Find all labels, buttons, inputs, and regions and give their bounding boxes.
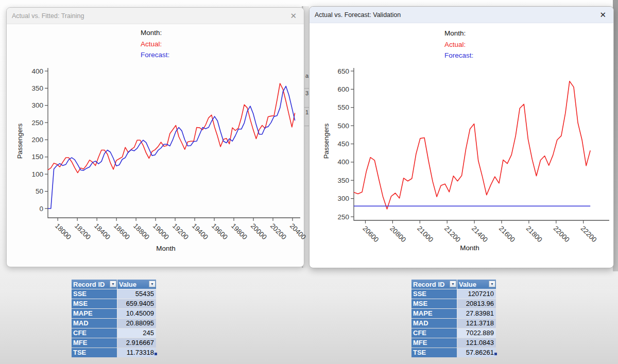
window-validation: Actual vs. Forecast: Validation ✕ Month:… (309, 6, 614, 268)
table-row: MAD121.3718 (411, 319, 496, 328)
metric-name-cell[interactable]: TSE (72, 348, 117, 357)
metric-name-cell[interactable]: MAPE (72, 309, 117, 318)
metric-name-cell[interactable]: CFE (72, 328, 117, 338)
validation-metrics-table: Record ID ▼ Value ▼ SSE1207210MSE20813.9… (411, 279, 496, 358)
metric-name-cell[interactable]: SSE (411, 289, 457, 299)
legend-forecast-label: Forecast: (141, 51, 169, 59)
desktop-background: a 3 1 Actual vs. Fitted: Training ✕ Mont… (0, 0, 618, 364)
table-row: MAPE10.45009 (72, 309, 156, 318)
metric-name-cell[interactable]: MFE (411, 338, 457, 348)
column-header-label: Record ID (73, 281, 105, 288)
metric-value-cell[interactable]: 121.0843 (457, 338, 496, 348)
column-header-label: Value (119, 281, 136, 288)
legend-forecast-label: Forecast: (444, 51, 473, 59)
table-row: MFE2.916667 (72, 338, 156, 348)
table-row: MAPE27.83981 (411, 309, 496, 318)
metric-name-cell[interactable]: MAD (72, 319, 117, 328)
background-text-fragment: 3 (305, 90, 308, 96)
metric-name-cell[interactable]: TSE (411, 348, 457, 357)
column-header-record-id[interactable]: Record ID ▼ (411, 280, 457, 289)
table-row: SSE1207210 (411, 289, 496, 299)
metric-name-cell[interactable]: MFE (72, 338, 117, 348)
background-text-fragment: a (305, 73, 308, 79)
filter-dropdown-icon[interactable]: ▼ (489, 281, 495, 287)
x-axis-title: Month (156, 245, 176, 252)
table-row: TSE57.86261 (411, 348, 496, 357)
window-title: Actual vs. Fitted: Training (12, 12, 288, 20)
metric-value-cell[interactable]: 57.86261 (457, 348, 496, 357)
window-title: Actual vs. Forecast: Validation (315, 11, 597, 19)
column-header-value[interactable]: Value ▼ (457, 280, 496, 289)
table-row: SSE55435 (72, 289, 156, 299)
column-header-label: Value (459, 281, 476, 288)
close-icon[interactable]: ✕ (597, 10, 608, 20)
metric-value-cell[interactable]: 7022.889 (457, 328, 496, 338)
window-titlebar[interactable]: Actual vs. Forecast: Validation ✕ (310, 7, 613, 23)
table-row: MAD20.88095 (72, 319, 156, 328)
x-axis-title: Month (460, 244, 479, 252)
metric-name-cell[interactable]: MAPE (411, 309, 457, 318)
window-titlebar[interactable]: Actual vs. Fitted: Training ✕ (7, 8, 304, 24)
column-header-label: Record ID (413, 281, 444, 288)
y-axis-title: Passengers (322, 124, 330, 159)
metric-value-cell[interactable]: 2.916667 (117, 338, 156, 348)
selection-handle[interactable] (494, 353, 497, 355)
metric-value-cell[interactable]: 11.73318 (117, 348, 156, 357)
metric-name-cell[interactable]: MSE (411, 299, 457, 308)
window-training: Actual vs. Fitted: Training ✕ Month: Act… (6, 7, 304, 267)
metric-value-cell[interactable]: 20813.96 (457, 299, 496, 308)
selection-handle[interactable] (154, 353, 157, 355)
close-icon[interactable]: ✕ (288, 11, 299, 21)
metric-name-cell[interactable]: SSE (72, 289, 117, 299)
metric-value-cell[interactable]: 1207210 (457, 289, 496, 299)
background-text-fragment: 1 (305, 109, 308, 115)
metric-value-cell[interactable]: 659.9405 (117, 299, 156, 308)
legend-actual-label: Actual: (141, 40, 162, 48)
table-row: TSE11.73318 (72, 348, 156, 357)
table-row: MFE121.0843 (411, 338, 496, 348)
legend-actual-label: Actual: (444, 41, 466, 48)
training-metrics-table: Record ID ▼ Value ▼ SSE55435MSE659.9405M… (71, 279, 157, 358)
table-row: MSE20813.96 (411, 299, 496, 308)
metric-value-cell[interactable]: 20.88095 (117, 319, 156, 328)
table-row: CFE245 (72, 328, 156, 338)
y-axis-title: Passengers (16, 124, 24, 159)
metric-value-cell[interactable]: 27.83981 (457, 309, 496, 318)
column-header-value[interactable]: Value ▼ (117, 280, 156, 289)
legend-month-label: Month: (141, 29, 162, 37)
metric-name-cell[interactable]: MSE (72, 299, 117, 308)
metric-value-cell[interactable]: 55435 (117, 289, 156, 299)
filter-dropdown-icon[interactable]: ▼ (110, 281, 116, 287)
column-header-record-id[interactable]: Record ID ▼ (72, 280, 117, 289)
table-header-row: Record ID ▼ Value ▼ (411, 280, 496, 289)
metric-value-cell[interactable]: 121.3718 (457, 319, 496, 328)
table-row: MSE659.9405 (72, 299, 156, 308)
filter-dropdown-icon[interactable]: ▼ (149, 281, 156, 287)
table-header-row: Record ID ▼ Value ▼ (72, 280, 156, 289)
metric-value-cell[interactable]: 10.45009 (117, 309, 156, 318)
metric-name-cell[interactable]: MAD (411, 319, 457, 328)
table-row: CFE7022.889 (411, 328, 496, 338)
legend-month-label: Month: (444, 29, 466, 37)
metric-name-cell[interactable]: CFE (411, 328, 457, 338)
filter-dropdown-icon[interactable]: ▼ (450, 281, 456, 287)
metric-value-cell[interactable]: 245 (117, 328, 156, 338)
